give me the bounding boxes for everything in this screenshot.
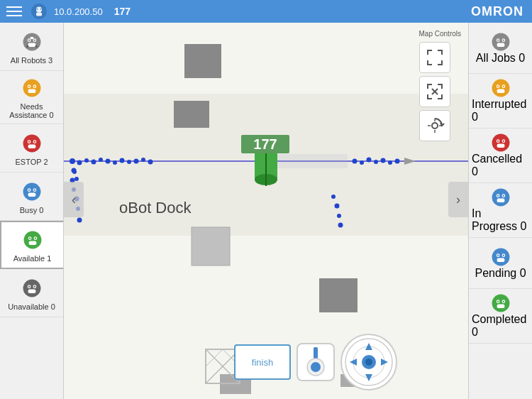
svg-rect-12 (30, 37, 33, 39)
sidebar-item-cancelled[interactable]: Cancelled 0 (469, 129, 532, 183)
svg-point-60 (502, 141, 504, 142)
svg-point-43 (492, 33, 509, 50)
estop-icon (22, 133, 42, 153)
svg-point-142 (311, 362, 321, 372)
sidebar-item-pending[interactable]: Pending 0 (469, 238, 532, 289)
svg-point-35 (28, 238, 30, 239)
sidebar-item-busy[interactable]: Busy 0 (0, 173, 63, 221)
in-progress-label: In Progress 0 (472, 207, 529, 233)
sidebar-item-unavailable[interactable]: Unavailable 0 (0, 269, 63, 317)
all-robots-icon-circle (19, 29, 45, 55)
available-icon (23, 230, 43, 250)
ip-address: 10.0.200.50 (54, 6, 103, 17)
svg-point-72 (502, 254, 504, 256)
map-expand-button[interactable] (419, 42, 450, 73)
svg-point-67 (492, 248, 509, 266)
svg-point-113 (72, 168, 77, 173)
svg-point-146 (365, 359, 372, 366)
top-bar: 10.0.200.50 177 OMRON (0, 0, 532, 23)
sidebar-item-interrupted[interactable]: Interrupted 0 (469, 74, 532, 129)
joystick-button[interactable] (297, 343, 335, 381)
svg-point-99 (106, 159, 111, 164)
interrupted-icon (491, 78, 511, 98)
dpad-button[interactable] (340, 334, 397, 390)
svg-point-122 (335, 204, 340, 209)
sidebar-item-available[interactable]: Available 1 (0, 221, 63, 269)
all-robots-icon (22, 32, 42, 52)
expand-icon (425, 48, 445, 67)
svg-point-104 (141, 158, 145, 162)
svg-rect-70 (497, 258, 504, 261)
completed-label: Completed 0 (472, 313, 529, 339)
svg-point-120 (395, 159, 400, 164)
sidebar-item-needs-assistance[interactable]: Needs Assistance 0 (0, 71, 63, 124)
svg-point-9 (35, 45, 37, 47)
svg-point-116 (367, 158, 372, 163)
sidebar-item-estop[interactable]: ESTOP 2 (0, 124, 63, 173)
robot-indicator: 10.0.200.50 (31, 4, 103, 19)
svg-rect-52 (497, 89, 504, 93)
svg-rect-34 (28, 241, 36, 245)
svg-rect-82 (174, 101, 209, 128)
svg-point-11 (33, 39, 35, 40)
svg-point-53 (497, 86, 498, 87)
svg-point-103 (134, 159, 139, 164)
svg-point-135 (432, 123, 438, 129)
svg-point-97 (92, 160, 96, 165)
unavailable-icon-circle (19, 275, 45, 301)
dpad-icon (344, 337, 394, 387)
svg-point-3 (40, 9, 41, 10)
svg-rect-22 (28, 144, 35, 148)
all-robots-label: All Robots 3 (11, 56, 52, 65)
cancelled-label: Cancelled 0 (472, 153, 529, 178)
finish-button[interactable]: finish (234, 344, 291, 380)
omron-logo: OMRON (471, 4, 523, 19)
sidebar-item-completed[interactable]: Completed 0 (469, 289, 532, 344)
joystick-icon (303, 346, 328, 378)
robot-badge (31, 4, 47, 19)
available-icon-circle (20, 227, 45, 253)
left-arrow-icon: ‹ (72, 192, 76, 207)
right-arrow-icon: › (456, 192, 460, 207)
all-jobs-icon (491, 32, 511, 52)
svg-point-94 (70, 158, 75, 164)
svg-point-4 (23, 33, 40, 50)
estop-label: ESTOP 2 (15, 158, 48, 166)
nav-right-button[interactable]: › (448, 182, 468, 217)
interrupted-label: Interrupted 0 (472, 98, 529, 124)
map-recenter-button[interactable] (419, 110, 450, 141)
svg-point-29 (28, 189, 29, 190)
svg-point-95 (77, 160, 82, 165)
svg-rect-83 (319, 278, 358, 312)
all-jobs-label: All Jobs 0 (476, 52, 525, 65)
svg-point-119 (388, 160, 392, 165)
svg-rect-64 (497, 199, 504, 202)
svg-rect-7 (28, 43, 35, 46)
svg-point-123 (337, 214, 341, 218)
nav-left-button[interactable]: ‹ (64, 182, 84, 217)
svg-point-41 (28, 285, 29, 287)
cancelled-icon (491, 133, 511, 153)
menu-icon[interactable] (0, 6, 28, 16)
svg-point-96 (84, 158, 89, 163)
sidebar-item-all-jobs[interactable]: All Jobs 0 (469, 23, 532, 74)
robot-number: 177 (114, 6, 131, 17)
in-progress-icon (491, 187, 511, 207)
svg-point-23 (28, 141, 29, 142)
svg-point-25 (23, 182, 40, 200)
svg-point-115 (360, 160, 364, 165)
svg-rect-58 (497, 144, 504, 148)
svg-rect-84 (192, 227, 230, 266)
svg-point-114 (353, 159, 358, 164)
map-area[interactable]: 177 oBot Dock Map Controls (64, 23, 468, 399)
estop-icon-circle (19, 131, 45, 156)
map-collapse-button[interactable] (419, 76, 450, 107)
svg-point-54 (502, 86, 504, 87)
svg-rect-1 (36, 13, 42, 16)
svg-rect-81 (184, 44, 221, 78)
svg-point-48 (502, 39, 504, 40)
sidebar-item-in-progress[interactable]: In Progress 0 (469, 183, 532, 238)
sidebar-item-all-robots[interactable]: All Robots 3 (0, 23, 63, 71)
needs-assistance-label: Needs Assistance 0 (3, 102, 60, 119)
completed-icon (491, 293, 511, 313)
